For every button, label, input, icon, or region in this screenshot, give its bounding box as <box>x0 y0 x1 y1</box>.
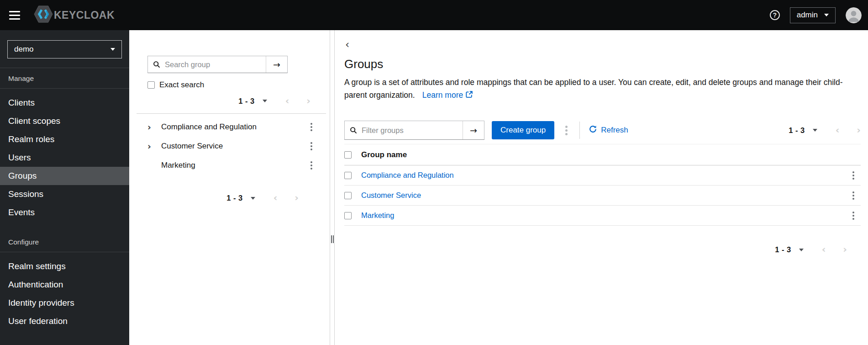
group-link[interactable]: Marketing <box>361 211 394 220</box>
caret-down-icon <box>251 197 255 200</box>
group-link[interactable]: Customer Service <box>361 191 421 200</box>
chevron-down-icon <box>110 48 115 51</box>
search-group-input[interactable] <box>160 56 266 73</box>
sidebar: demo Manage Clients Client scopes Realm … <box>0 30 129 345</box>
page-description: A group is a set of attributes and role … <box>344 76 851 101</box>
refresh-icon <box>589 125 597 135</box>
row-checkbox[interactable] <box>344 192 352 199</box>
tree-item-compliance-and-regulation[interactable]: › Compliance and Regulation <box>147 117 315 137</box>
search-submit-button[interactable]: → <box>266 56 287 73</box>
keycloak-logo: KEYCLOAK <box>34 5 115 25</box>
per-page-menu-toggle[interactable] <box>813 129 817 132</box>
tree-pagination-bottom: 1 - 3 ‹ › <box>147 193 315 203</box>
sidebar-item-realm-roles[interactable]: Realm roles <box>0 130 129 149</box>
caret-down-icon <box>813 129 817 132</box>
realm-selector[interactable]: demo <box>7 40 122 58</box>
exact-search-label: Exact search <box>159 80 204 90</box>
row-checkbox[interactable] <box>344 212 352 219</box>
groups-main-panel: ‹ Groups A group is a set of attributes … <box>335 30 868 345</box>
prev-page-button[interactable]: ‹ <box>285 96 289 106</box>
sidebar-item-events[interactable]: Events <box>0 203 129 222</box>
tree-pagination-top: 1 - 3 ‹ › <box>147 94 315 108</box>
column-header-group-name: Group name <box>361 150 407 159</box>
tree-item-customer-service[interactable]: › Customer Service <box>147 137 315 156</box>
filter-groups-box: → <box>344 121 484 140</box>
sidebar-item-realm-settings[interactable]: Realm settings <box>0 257 129 276</box>
groups-table: Group name Compliance and Regulation Cus… <box>344 144 861 226</box>
caret-down-icon <box>263 100 267 102</box>
refresh-button[interactable]: Refresh <box>589 125 628 135</box>
exact-search-control: Exact search <box>147 80 315 90</box>
sidebar-item-groups[interactable]: Groups <box>0 167 129 185</box>
kebab-menu-icon[interactable] <box>850 170 857 181</box>
row-checkbox[interactable] <box>344 172 352 179</box>
groups-tree-panel: → Exact search 1 - 3 ‹ › › Compliance an… <box>129 30 330 345</box>
exact-search-checkbox[interactable] <box>147 81 155 89</box>
nav-section-configure: Configure <box>0 222 129 252</box>
next-page-button[interactable]: › <box>306 96 310 106</box>
filter-submit-button[interactable]: → <box>463 121 484 139</box>
help-icon[interactable]: ? <box>770 10 780 20</box>
menu-icon[interactable] <box>9 11 20 20</box>
pagination-range: 1 - 3 <box>238 97 255 106</box>
search-icon <box>148 56 160 73</box>
filter-groups-input[interactable] <box>357 121 463 139</box>
external-link-icon <box>466 89 473 101</box>
tree-item-marketing[interactable]: Marketing <box>147 156 315 175</box>
sidebar-item-identity-providers[interactable]: Identity providers <box>0 294 129 312</box>
table-row: Customer Service <box>344 186 861 206</box>
pagination-range: 1 - 3 <box>226 194 243 202</box>
search-icon <box>345 121 357 139</box>
per-page-menu-toggle[interactable] <box>799 249 804 251</box>
sidebar-item-client-scopes[interactable]: Client scopes <box>0 112 129 130</box>
divider <box>137 113 326 114</box>
sidebar-item-user-federation[interactable]: User federation <box>0 312 129 330</box>
resizer-grip-icon <box>331 235 334 243</box>
masthead: KEYCLOAK ? admin <box>0 0 868 30</box>
next-page-button[interactable]: › <box>857 126 861 135</box>
prev-page-button[interactable]: ‹ <box>822 245 826 255</box>
kebab-menu-icon[interactable] <box>308 121 315 133</box>
realm-name: demo <box>14 45 34 54</box>
sidebar-item-authentication[interactable]: Authentication <box>0 276 129 294</box>
sidebar-item-users[interactable]: Users <box>0 149 129 167</box>
panel-resizer[interactable] <box>331 30 335 345</box>
expand-chevron-icon[interactable]: › <box>147 122 161 132</box>
collapse-drawer-icon[interactable]: ‹ <box>345 39 349 50</box>
groups-toolbar: → Create group Refresh 1 - 3 ‹ › <box>344 121 861 144</box>
user-menu-dropdown[interactable]: admin <box>790 7 836 23</box>
divider <box>0 252 129 252</box>
create-group-button[interactable]: Create group <box>492 121 554 139</box>
kebab-menu-icon[interactable] <box>850 210 857 222</box>
select-all-checkbox[interactable] <box>344 151 352 159</box>
sidebar-item-clients[interactable]: Clients <box>0 94 129 112</box>
prev-page-button[interactable]: ‹ <box>274 193 278 203</box>
pagination-range: 1 - 3 <box>789 126 805 135</box>
divider <box>0 88 129 89</box>
sidebar-item-sessions[interactable]: Sessions <box>0 185 129 203</box>
keycloak-hexagon-icon <box>34 5 53 25</box>
expand-chevron-icon[interactable]: › <box>147 141 161 151</box>
kebab-menu-icon[interactable] <box>850 190 857 202</box>
kebab-menu-icon[interactable] <box>308 159 315 171</box>
page-title: Groups <box>344 57 861 71</box>
learn-more-link[interactable]: Learn more <box>422 89 473 101</box>
username: admin <box>797 11 818 20</box>
table-header-row: Group name <box>344 144 861 165</box>
group-search-box: → <box>147 56 288 73</box>
next-page-button[interactable]: › <box>295 193 299 203</box>
per-page-menu-toggle[interactable] <box>251 197 255 200</box>
chevron-down-icon <box>824 14 829 16</box>
table-pagination-bottom: 1 - 3 ‹ › <box>344 245 847 255</box>
avatar[interactable] <box>846 7 862 23</box>
nav-section-manage: Manage <box>0 68 129 88</box>
pagination-range: 1 - 3 <box>775 245 791 254</box>
toolbar-kebab-icon[interactable] <box>563 124 570 137</box>
prev-page-button[interactable]: ‹ <box>836 126 840 135</box>
group-link[interactable]: Compliance and Regulation <box>361 171 454 180</box>
next-page-button[interactable]: › <box>843 245 847 255</box>
caret-down-icon <box>799 249 804 251</box>
kebab-menu-icon[interactable] <box>308 140 315 152</box>
per-page-menu-toggle[interactable] <box>263 100 267 102</box>
brand-text: KEYCLOAK <box>54 9 115 21</box>
